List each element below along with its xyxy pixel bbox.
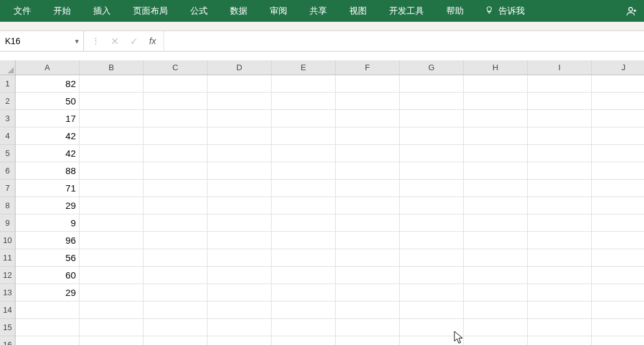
cell[interactable] <box>80 197 144 214</box>
cell[interactable] <box>80 249 144 267</box>
tab-help[interactable]: 帮助 <box>435 0 475 22</box>
row-header[interactable]: 6 <box>0 162 15 180</box>
cell[interactable] <box>528 267 592 284</box>
cell[interactable] <box>208 197 272 214</box>
tell-me-search[interactable]: 告诉我 <box>475 6 535 17</box>
cell[interactable] <box>16 301 80 319</box>
col-header[interactable]: A <box>16 60 80 75</box>
cell[interactable] <box>208 93 272 110</box>
cell[interactable] <box>592 180 644 197</box>
cell[interactable] <box>144 319 208 336</box>
cell[interactable] <box>528 284 592 301</box>
tab-file[interactable]: 文件 <box>2 0 42 22</box>
cell[interactable]: 50 <box>16 93 80 110</box>
col-header[interactable]: E <box>272 60 336 75</box>
cell[interactable] <box>144 336 208 345</box>
cell[interactable] <box>528 197 592 214</box>
cell[interactable] <box>208 249 272 267</box>
cell[interactable] <box>336 197 400 214</box>
cell[interactable]: 82 <box>16 75 80 93</box>
cell[interactable] <box>592 336 644 345</box>
name-box-dropdown-icon[interactable]: ▼ <box>73 38 81 45</box>
cell[interactable] <box>80 319 144 336</box>
cell[interactable] <box>592 162 644 180</box>
cell[interactable] <box>272 267 336 284</box>
cell[interactable] <box>464 214 528 232</box>
cell[interactable] <box>144 267 208 284</box>
row-header[interactable]: 3 <box>0 110 15 127</box>
row-header[interactable]: 8 <box>0 197 15 214</box>
cell[interactable] <box>208 301 272 319</box>
cell[interactable] <box>144 301 208 319</box>
cell[interactable] <box>400 249 464 267</box>
cell[interactable]: 9 <box>16 214 80 232</box>
cell[interactable] <box>208 162 272 180</box>
cell[interactable] <box>144 214 208 232</box>
cell[interactable] <box>272 162 336 180</box>
cell[interactable] <box>272 336 336 345</box>
tab-share[interactable]: 共享 <box>298 0 338 22</box>
cell[interactable]: 56 <box>16 249 80 267</box>
cell[interactable] <box>400 145 464 162</box>
cell[interactable] <box>80 301 144 319</box>
cell[interactable] <box>208 145 272 162</box>
cell[interactable] <box>592 267 644 284</box>
cell[interactable] <box>208 232 272 249</box>
cell[interactable] <box>336 93 400 110</box>
cell[interactable] <box>592 75 644 93</box>
cell[interactable] <box>528 319 592 336</box>
cell[interactable] <box>464 197 528 214</box>
cell[interactable] <box>272 284 336 301</box>
cell[interactable] <box>400 93 464 110</box>
cell[interactable] <box>336 162 400 180</box>
cell[interactable] <box>272 197 336 214</box>
cell[interactable] <box>400 284 464 301</box>
cell[interactable] <box>336 232 400 249</box>
cell[interactable] <box>144 180 208 197</box>
col-header[interactable]: I <box>528 60 592 75</box>
cell[interactable] <box>80 145 144 162</box>
cell[interactable] <box>80 214 144 232</box>
cell[interactable]: 96 <box>16 232 80 249</box>
cell[interactable] <box>80 93 144 110</box>
row-header[interactable]: 1 <box>0 75 15 93</box>
cell[interactable] <box>272 232 336 249</box>
cell[interactable] <box>272 145 336 162</box>
cell[interactable] <box>592 110 644 127</box>
cell[interactable] <box>272 93 336 110</box>
cell[interactable] <box>144 127 208 145</box>
cell[interactable] <box>208 214 272 232</box>
col-header[interactable]: H <box>464 60 528 75</box>
cell[interactable] <box>400 110 464 127</box>
cell[interactable] <box>528 336 592 345</box>
col-header[interactable]: G <box>400 60 464 75</box>
cell[interactable] <box>464 267 528 284</box>
tab-insert[interactable]: 插入 <box>82 0 122 22</box>
cell[interactable] <box>592 301 644 319</box>
cell[interactable] <box>464 284 528 301</box>
cell[interactable] <box>336 127 400 145</box>
cell[interactable] <box>528 162 592 180</box>
cell[interactable]: 29 <box>16 197 80 214</box>
cell[interactable] <box>400 267 464 284</box>
cell[interactable] <box>400 127 464 145</box>
row-header[interactable]: 10 <box>0 232 15 249</box>
cell[interactable] <box>464 110 528 127</box>
cell[interactable]: 71 <box>16 180 80 197</box>
cell[interactable]: 88 <box>16 162 80 180</box>
cell[interactable] <box>592 319 644 336</box>
cell[interactable] <box>80 284 144 301</box>
cell[interactable] <box>464 301 528 319</box>
cell[interactable] <box>80 127 144 145</box>
cell[interactable] <box>336 180 400 197</box>
cell[interactable] <box>400 319 464 336</box>
col-header[interactable]: B <box>80 60 144 75</box>
cell[interactable] <box>592 197 644 214</box>
cell[interactable] <box>336 110 400 127</box>
cell[interactable] <box>272 249 336 267</box>
cell[interactable] <box>336 301 400 319</box>
cell[interactable] <box>592 93 644 110</box>
tab-review[interactable]: 审阅 <box>259 0 298 22</box>
cell[interactable] <box>208 319 272 336</box>
cell[interactable] <box>528 301 592 319</box>
